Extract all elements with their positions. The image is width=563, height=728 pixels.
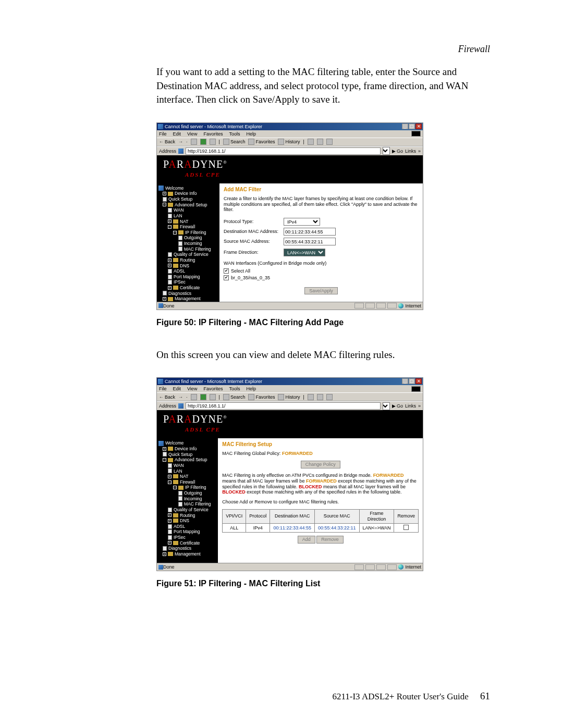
home-icon[interactable] <box>210 139 216 145</box>
sidebar-item-incoming[interactable]: Incoming <box>158 496 216 502</box>
refresh-icon[interactable] <box>200 394 206 400</box>
menu-edit[interactable]: Edit <box>173 386 181 391</box>
sidebar-item-wan[interactable]: WAN <box>158 463 216 468</box>
stop-icon[interactable] <box>191 394 197 400</box>
menu-file[interactable]: File <box>159 131 167 137</box>
sidebar-item-certificate[interactable]: +Certificate <box>158 285 218 291</box>
forward-button[interactable]: → <box>178 139 183 144</box>
print-icon[interactable] <box>317 394 323 400</box>
input-src-mac[interactable] <box>284 238 336 245</box>
sidebar-item-quick-setup[interactable]: Quick Setup <box>158 196 218 202</box>
go-button[interactable]: ▶Go <box>392 149 403 154</box>
sidebar-item-device-info[interactable]: +Device Info <box>158 191 218 196</box>
sidebar-item-routing[interactable]: +Routing <box>158 257 218 263</box>
minimize-button[interactable]: _ <box>402 124 408 129</box>
sidebar-item-incoming[interactable]: Incoming <box>158 241 218 246</box>
menu-view[interactable]: View <box>187 131 197 137</box>
input-dest-mac[interactable] <box>284 228 336 236</box>
sidebar-item-diagnostics[interactable]: Diagnostics <box>158 291 218 297</box>
links-label[interactable]: Links <box>405 149 416 154</box>
remove-checkbox[interactable] <box>403 525 409 530</box>
menu-favorites[interactable]: Favorites <box>203 386 223 391</box>
address-dropdown[interactable] <box>383 402 390 410</box>
sidebar-welcome[interactable]: Welcome <box>158 440 216 446</box>
sidebar-item-nat[interactable]: +NAT <box>158 219 218 225</box>
sidebar-welcome[interactable]: Welcome <box>158 186 218 191</box>
menu-tools[interactable]: Tools <box>229 131 240 137</box>
close-button[interactable]: ✕ <box>415 124 422 129</box>
back-button[interactable]: ← Back <box>159 394 175 400</box>
checkbox-select-all[interactable] <box>224 268 229 274</box>
sidebar-item-dns[interactable]: +DNS <box>158 263 218 269</box>
search-button[interactable]: Search <box>223 394 246 400</box>
sidebar-item-ip-filtering[interactable]: −IP Filtering <box>158 230 218 236</box>
sidebar-item-wan[interactable]: WAN <box>158 207 218 213</box>
mail-icon[interactable] <box>308 394 314 400</box>
sidebar-item-diagnostics[interactable]: Diagnostics <box>158 546 216 551</box>
sidebar-item-management[interactable]: +Management <box>158 551 216 557</box>
favorites-button[interactable]: Favorites <box>248 394 275 400</box>
links-label[interactable]: Links <box>405 403 416 409</box>
sidebar-item-dns[interactable]: +DNS <box>158 518 216 524</box>
menu-help[interactable]: Help <box>246 386 256 391</box>
sidebar-item-quick-setup[interactable]: Quick Setup <box>158 452 216 458</box>
mail-icon[interactable] <box>308 139 314 145</box>
sidebar-item-qos[interactable]: Quality of Service <box>158 507 216 513</box>
address-dropdown[interactable] <box>383 147 390 155</box>
sidebar-item-certificate[interactable]: +Certificate <box>158 540 216 546</box>
sidebar-item-advanced-setup[interactable]: −Advanced Setup <box>158 457 216 463</box>
sidebar-item-port-mapping[interactable]: Port Mapping <box>158 529 216 535</box>
address-input[interactable] <box>186 147 381 155</box>
sidebar-item-mac-filtering[interactable]: MAC Filtering <box>158 246 218 252</box>
save-apply-button[interactable]: Save/Apply <box>304 287 338 295</box>
go-button[interactable]: ▶Go <box>392 403 403 409</box>
history-button[interactable]: History <box>278 394 300 400</box>
minimize-button[interactable]: _ <box>402 378 408 384</box>
history-button[interactable]: History <box>278 139 300 145</box>
select-protocol[interactable]: IPv4 <box>284 218 320 226</box>
menu-file[interactable]: File <box>159 386 167 391</box>
print-icon[interactable] <box>317 139 323 145</box>
sidebar-item-firewall[interactable]: −Firewall <box>158 479 216 485</box>
sidebar-item-management[interactable]: +Management <box>158 296 218 302</box>
sidebar-item-outgoing[interactable]: Outgoing <box>158 235 218 241</box>
menu-view[interactable]: View <box>187 386 197 391</box>
edit-icon[interactable] <box>326 139 333 145</box>
stop-icon[interactable] <box>191 139 197 145</box>
sidebar-item-outgoing[interactable]: Outgoing <box>158 490 216 496</box>
sidebar-item-routing[interactable]: +Routing <box>158 513 216 519</box>
sidebar-item-adsl[interactable]: ADSL <box>158 268 218 274</box>
sidebar-item-nat[interactable]: +NAT <box>158 474 216 479</box>
sidebar-item-advanced-setup[interactable]: −Advanced Setup <box>158 202 218 208</box>
favorites-button[interactable]: Favorites <box>248 139 275 145</box>
change-policy-button[interactable]: Change Policy <box>301 461 340 468</box>
address-input[interactable] <box>186 402 381 410</box>
sidebar-item-ipsec[interactable]: IPSec <box>158 535 216 540</box>
sidebar-item-lan[interactable]: LAN <box>158 468 216 474</box>
search-button[interactable]: Search <box>223 139 246 145</box>
menu-favorites[interactable]: Favorites <box>203 131 223 137</box>
refresh-icon[interactable] <box>200 139 206 145</box>
sidebar-item-ipsec[interactable]: IPSec <box>158 279 218 285</box>
remove-button[interactable]: Remove <box>316 536 344 544</box>
sidebar-item-firewall[interactable]: −Firewall <box>158 224 218 230</box>
checkbox-interface[interactable] <box>224 275 229 280</box>
home-icon[interactable] <box>210 394 216 400</box>
select-frame-direction[interactable]: LAN<=>WAN <box>284 249 325 256</box>
sidebar-item-ip-filtering[interactable]: −IP Filtering <box>158 485 216 490</box>
forward-button[interactable]: → <box>178 394 183 400</box>
sidebar-item-adsl[interactable]: ADSL <box>158 524 216 529</box>
sidebar-item-mac-filtering[interactable]: MAC Filtering <box>158 501 216 507</box>
sidebar-item-lan[interactable]: LAN <box>158 213 218 219</box>
menu-tools[interactable]: Tools <box>229 386 240 391</box>
edit-icon[interactable] <box>326 394 333 400</box>
close-button[interactable]: ✕ <box>415 378 422 384</box>
maximize-button[interactable]: ▢ <box>409 124 415 129</box>
sidebar-item-qos[interactable]: Quality of Service <box>158 252 218 257</box>
menu-edit[interactable]: Edit <box>173 131 181 137</box>
add-button[interactable]: Add <box>298 536 315 544</box>
sidebar-item-device-info[interactable]: +Device Info <box>158 446 216 452</box>
maximize-button[interactable]: ▢ <box>409 378 415 384</box>
menu-help[interactable]: Help <box>246 131 256 137</box>
back-button[interactable]: ← Back <box>159 139 175 144</box>
